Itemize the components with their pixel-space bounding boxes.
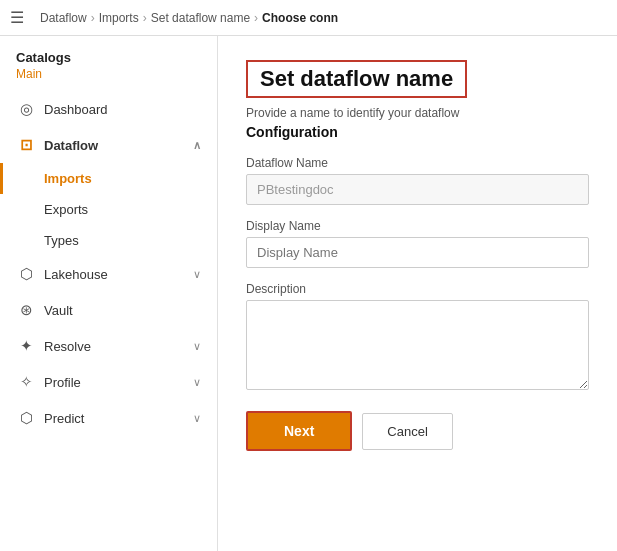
sidebar-item-dashboard[interactable]: ◎ Dashboard (0, 91, 217, 127)
sidebar-item-lakehouse[interactable]: ⬡ Lakehouse ∨ (0, 256, 217, 292)
description-textarea[interactable] (246, 300, 589, 390)
dashboard-icon: ◎ (16, 100, 36, 118)
resolve-icon: ✦ (16, 337, 36, 355)
section-heading: Configuration (246, 124, 589, 140)
breadcrumb-sep-2: › (143, 11, 147, 25)
page-title: Set dataflow name (260, 66, 453, 91)
breadcrumb-dataflow[interactable]: Dataflow (40, 11, 87, 25)
sidebar-item-dataflow[interactable]: ⊡ Dataflow ∧ (0, 127, 217, 163)
chevron-down-icon: ∨ (193, 340, 201, 353)
description-group: Description (246, 282, 589, 393)
dataflow-name-label: Dataflow Name (246, 156, 589, 170)
breadcrumb: Dataflow › Imports › Set dataflow name ›… (40, 11, 338, 25)
dataflow-icon: ⊡ (16, 136, 36, 154)
content-area: Set dataflow name Provide a name to iden… (218, 36, 617, 551)
breadcrumb-set-name[interactable]: Set dataflow name (151, 11, 250, 25)
chevron-down-icon: ∨ (193, 412, 201, 425)
sidebar-item-label: Dashboard (44, 102, 108, 117)
sidebar-sub-item-exports[interactable]: Exports (0, 194, 217, 225)
sidebar-section-title: Catalogs (0, 36, 217, 67)
button-row: Next Cancel (246, 411, 589, 451)
sidebar-sub-item-imports[interactable]: Imports (0, 163, 217, 194)
chevron-down-icon: ∨ (193, 268, 201, 281)
sidebar-item-label: Resolve (44, 339, 91, 354)
dataflow-name-group: Dataflow Name (246, 156, 589, 205)
sidebar: Catalogs Main ◎ Dashboard ⊡ Dataflow ∧ I… (0, 36, 218, 551)
description-label: Description (246, 282, 589, 296)
sidebar-item-label: Predict (44, 411, 84, 426)
sidebar-item-vault[interactable]: ⊛ Vault (0, 292, 217, 328)
display-name-label: Display Name (246, 219, 589, 233)
cancel-button[interactable]: Cancel (362, 413, 452, 450)
next-button[interactable]: Next (246, 411, 352, 451)
topbar: ☰ Dataflow › Imports › Set dataflow name… (0, 0, 617, 36)
dataflow-name-input (246, 174, 589, 205)
chevron-up-icon: ∧ (193, 139, 201, 152)
vault-icon: ⊛ (16, 301, 36, 319)
predict-icon: ⬡ (16, 409, 36, 427)
menu-icon[interactable]: ☰ (10, 8, 24, 27)
lakehouse-icon: ⬡ (16, 265, 36, 283)
chevron-down-icon: ∨ (193, 376, 201, 389)
sidebar-item-label: Profile (44, 375, 81, 390)
breadcrumb-imports[interactable]: Imports (99, 11, 139, 25)
breadcrumb-current: Choose conn (262, 11, 338, 25)
main-layout: Catalogs Main ◎ Dashboard ⊡ Dataflow ∧ I… (0, 36, 617, 551)
sidebar-item-profile[interactable]: ✧ Profile ∨ (0, 364, 217, 400)
sidebar-item-resolve[interactable]: ✦ Resolve ∨ (0, 328, 217, 364)
profile-icon: ✧ (16, 373, 36, 391)
sidebar-section-subtitle: Main (0, 67, 217, 91)
page-title-box: Set dataflow name (246, 60, 467, 98)
page-subtitle: Provide a name to identify your dataflow (246, 106, 589, 120)
sidebar-item-label: Dataflow (44, 138, 98, 153)
breadcrumb-sep-1: › (91, 11, 95, 25)
sidebar-item-predict[interactable]: ⬡ Predict ∨ (0, 400, 217, 436)
sidebar-item-label: Vault (44, 303, 73, 318)
breadcrumb-sep-3: › (254, 11, 258, 25)
display-name-input[interactable] (246, 237, 589, 268)
sidebar-item-label: Lakehouse (44, 267, 108, 282)
sidebar-sub-item-types[interactable]: Types (0, 225, 217, 256)
display-name-group: Display Name (246, 219, 589, 268)
